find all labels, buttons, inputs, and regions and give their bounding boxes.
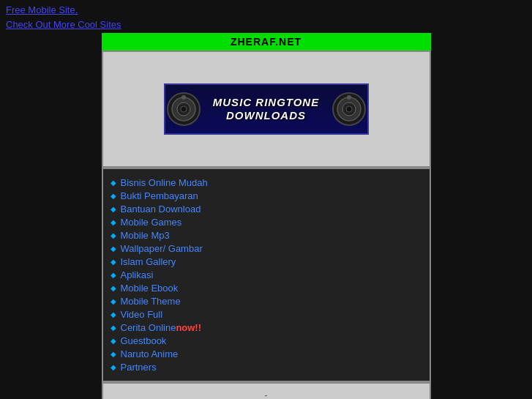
nav-link-aplikasi[interactable]: Aplikasi	[121, 269, 154, 280]
nav-menu: ◆Bisnis Online Mudah◆Bukti Pembayaran◆Ba…	[102, 168, 431, 382]
header-bar: ZHERAF.NET	[102, 33, 431, 51]
banner-image: MUSIC RINGTONE DOWNLOADS	[164, 83, 369, 135]
nav-bullet-icon: ◆	[110, 337, 116, 345]
banner-text: MUSIC RINGTONE DOWNLOADS	[202, 96, 331, 122]
nav-link-naruto-anime[interactable]: Naruto Anime	[121, 348, 179, 359]
site-title: ZHERAF.NET	[231, 36, 301, 48]
nav-new-badge[interactable]: now!!	[176, 322, 201, 333]
nav-bullet-icon: ◆	[110, 324, 116, 332]
svg-point-4	[181, 95, 186, 100]
nav-link-bisnis-online-mudah[interactable]: Bisnis Online Mudah	[121, 177, 208, 188]
nav-item: ◆Mobile Games	[110, 217, 422, 228]
nav-bullet-icon: ◆	[110, 297, 116, 305]
right-speaker-icon	[331, 89, 367, 130]
nav-link-mobile-theme[interactable]: Mobile Theme	[121, 296, 181, 307]
nav-bullet-icon: ◆	[110, 271, 116, 279]
nav-link-mobile-mp3[interactable]: Mobile Mp3	[121, 230, 170, 241]
nav-item: ◆Mobile Mp3	[110, 230, 422, 241]
free-mobile-link[interactable]: Free Mobile Site.	[6, 3, 526, 18]
nav-item: ◆Mobile Ebook	[110, 283, 422, 294]
bottom-ad-box: - ?	[102, 382, 431, 399]
nav-item: ◆Bisnis Online Mudah	[110, 177, 422, 188]
nav-bullet-icon: ◆	[110, 284, 116, 292]
bottom-dash: -	[265, 390, 268, 399]
nav-link-mobile-games[interactable]: Mobile Games	[121, 217, 182, 228]
nav-item: ◆Wallpaper/ Gambar	[110, 243, 422, 254]
nav-item: ◆Islam Gallery	[110, 256, 422, 267]
nav-bullet-icon: ◆	[110, 350, 116, 358]
nav-item: ◆Guestbook	[110, 335, 422, 346]
nav-item: ◆Bukti Pembayaran	[110, 190, 422, 201]
nav-item: ◆Video Full	[110, 309, 422, 320]
nav-bullet-icon: ◆	[110, 231, 116, 239]
nav-link-bukti-pembayaran[interactable]: Bukti Pembayaran	[121, 190, 198, 201]
svg-point-8	[346, 106, 352, 112]
svg-point-3	[181, 106, 187, 112]
nav-item: ◆Partners	[110, 362, 422, 373]
nav-link-bantuan-download[interactable]: Bantuan Download	[121, 204, 201, 215]
cool-sites-link[interactable]: Check Out More Cool Sites	[6, 18, 526, 32]
nav-bullet-icon: ◆	[110, 205, 116, 213]
banner-box: MUSIC RINGTONE DOWNLOADS	[102, 51, 431, 168]
nav-link-wallpaper-gambar[interactable]: Wallpaper/ Gambar	[121, 243, 203, 254]
top-links-section: Free Mobile Site. Check Out More Cool Si…	[0, 0, 532, 33]
nav-bullet-icon: ◆	[110, 245, 116, 253]
nav-link-partners[interactable]: Partners	[121, 362, 157, 373]
nav-item: ◆Bantuan Download	[110, 204, 422, 215]
nav-item: ◆Aplikasi	[110, 269, 422, 280]
nav-bullet-icon: ◆	[110, 179, 116, 187]
nav-bullet-icon: ◆	[110, 363, 116, 371]
nav-bullet-icon: ◆	[110, 192, 116, 200]
left-speaker-icon	[165, 89, 202, 130]
nav-item: ◆Mobile Theme	[110, 296, 422, 307]
nav-bullet-icon: ◆	[110, 218, 116, 226]
main-container: ZHERAF.NET MUSIC RINGTONE DOWNLOADS	[102, 33, 431, 399]
nav-link-islam-gallery[interactable]: Islam Gallery	[121, 256, 176, 267]
nav-link-guestbook[interactable]: Guestbook	[121, 335, 167, 346]
nav-bullet-icon: ◆	[110, 310, 116, 318]
banner-title: MUSIC RINGTONE DOWNLOADS	[205, 96, 328, 122]
nav-link-video-full[interactable]: Video Full	[121, 309, 163, 320]
nav-item: ◆Naruto Anime	[110, 348, 422, 359]
svg-point-9	[347, 95, 351, 100]
nav-bullet-icon: ◆	[110, 258, 116, 266]
nav-link-mobile-ebook[interactable]: Mobile Ebook	[121, 283, 179, 294]
nav-link-cerita-online-[interactable]: Cerita Online	[121, 322, 176, 333]
nav-item: ◆Cerita Online now!!	[110, 322, 422, 333]
